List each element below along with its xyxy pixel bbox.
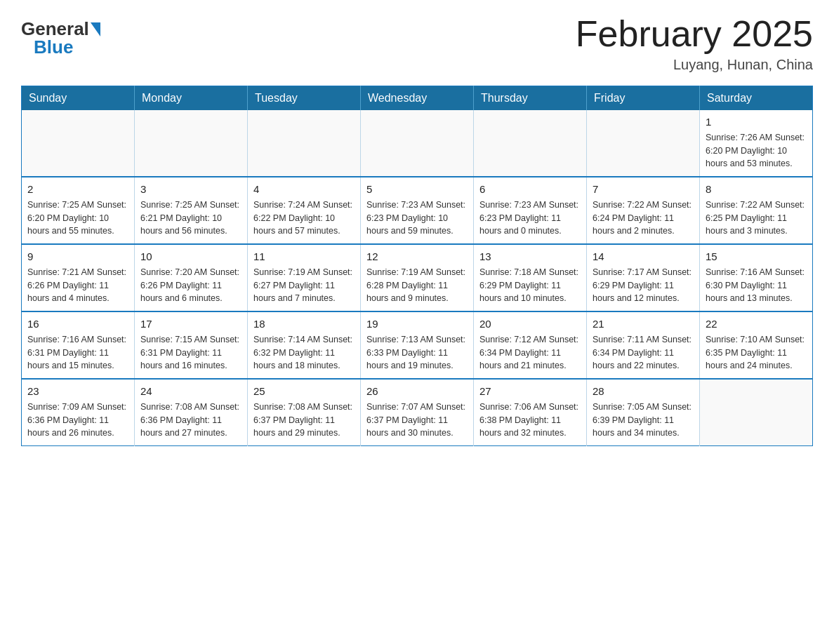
day-info: Sunrise: 7:08 AM Sunset: 6:36 PM Dayligh…	[140, 401, 241, 440]
calendar-cell	[587, 110, 700, 177]
calendar-cell: 19Sunrise: 7:13 AM Sunset: 6:33 PM Dayli…	[361, 311, 474, 379]
day-info: Sunrise: 7:19 AM Sunset: 6:28 PM Dayligh…	[366, 266, 468, 305]
day-number: 19	[366, 316, 468, 332]
day-number: 7	[593, 182, 694, 197]
calendar-header-row: SundayMondayTuesdayWednesdayThursdayFrid…	[22, 86, 813, 111]
logo: General Blue	[21, 14, 100, 56]
calendar-cell: 10Sunrise: 7:20 AM Sunset: 6:26 PM Dayli…	[135, 244, 248, 311]
day-info: Sunrise: 7:26 AM Sunset: 6:20 PM Dayligh…	[706, 131, 807, 170]
day-info: Sunrise: 7:20 AM Sunset: 6:26 PM Dayligh…	[140, 266, 241, 305]
day-number: 26	[366, 384, 468, 399]
day-number: 5	[366, 182, 468, 197]
day-number: 11	[253, 249, 355, 264]
day-info: Sunrise: 7:16 AM Sunset: 6:31 PM Dayligh…	[27, 333, 128, 373]
calendar-cell: 25Sunrise: 7:08 AM Sunset: 6:37 PM Dayli…	[248, 379, 361, 446]
calendar-cell: 2Sunrise: 7:25 AM Sunset: 6:20 PM Daylig…	[22, 177, 135, 244]
weekday-header-monday: Monday	[135, 86, 248, 111]
title-block: February 2025 Luyang, Hunan, China	[576, 14, 813, 73]
calendar-cell	[474, 110, 587, 177]
location-text: Luyang, Hunan, China	[576, 57, 813, 73]
day-info: Sunrise: 7:15 AM Sunset: 6:31 PM Dayligh…	[140, 333, 241, 373]
weekday-header-friday: Friday	[587, 86, 700, 111]
calendar-week-row: 23Sunrise: 7:09 AM Sunset: 6:36 PM Dayli…	[22, 379, 813, 446]
calendar-week-row: 1Sunrise: 7:26 AM Sunset: 6:20 PM Daylig…	[22, 110, 813, 177]
calendar-cell: 9Sunrise: 7:21 AM Sunset: 6:26 PM Daylig…	[22, 244, 135, 311]
calendar-cell: 13Sunrise: 7:18 AM Sunset: 6:29 PM Dayli…	[474, 244, 587, 311]
logo-general-text: General	[21, 20, 89, 38]
calendar-cell: 6Sunrise: 7:23 AM Sunset: 6:23 PM Daylig…	[474, 177, 587, 244]
day-info: Sunrise: 7:09 AM Sunset: 6:36 PM Dayligh…	[27, 401, 128, 440]
day-number: 12	[366, 249, 468, 264]
day-number: 16	[27, 316, 128, 332]
calendar-cell: 17Sunrise: 7:15 AM Sunset: 6:31 PM Dayli…	[135, 311, 248, 379]
calendar-week-row: 2Sunrise: 7:25 AM Sunset: 6:20 PM Daylig…	[22, 177, 813, 244]
day-info: Sunrise: 7:10 AM Sunset: 6:35 PM Dayligh…	[706, 333, 807, 373]
day-number: 4	[253, 182, 355, 197]
calendar-cell	[22, 110, 135, 177]
calendar-cell: 20Sunrise: 7:12 AM Sunset: 6:34 PM Dayli…	[474, 311, 587, 379]
calendar-cell: 16Sunrise: 7:16 AM Sunset: 6:31 PM Dayli…	[22, 311, 135, 379]
calendar-cell: 14Sunrise: 7:17 AM Sunset: 6:29 PM Dayli…	[587, 244, 700, 311]
calendar-cell: 21Sunrise: 7:11 AM Sunset: 6:34 PM Dayli…	[587, 311, 700, 379]
weekday-header-thursday: Thursday	[474, 86, 587, 111]
day-number: 27	[479, 384, 581, 399]
day-number: 21	[593, 316, 694, 332]
calendar-cell: 5Sunrise: 7:23 AM Sunset: 6:23 PM Daylig…	[361, 177, 474, 244]
calendar-cell	[700, 379, 813, 446]
calendar-cell: 23Sunrise: 7:09 AM Sunset: 6:36 PM Dayli…	[22, 379, 135, 446]
day-info: Sunrise: 7:22 AM Sunset: 6:25 PM Dayligh…	[706, 199, 807, 238]
day-info: Sunrise: 7:18 AM Sunset: 6:29 PM Dayligh…	[479, 266, 581, 305]
day-number: 23	[27, 384, 128, 399]
day-info: Sunrise: 7:12 AM Sunset: 6:34 PM Dayligh…	[479, 333, 581, 373]
calendar-table: SundayMondayTuesdayWednesdayThursdayFrid…	[21, 86, 813, 446]
day-info: Sunrise: 7:16 AM Sunset: 6:30 PM Dayligh…	[706, 266, 807, 305]
day-info: Sunrise: 7:25 AM Sunset: 6:21 PM Dayligh…	[140, 199, 241, 238]
day-number: 13	[479, 249, 581, 264]
calendar-cell	[361, 110, 474, 177]
calendar-week-row: 16Sunrise: 7:16 AM Sunset: 6:31 PM Dayli…	[22, 311, 813, 379]
calendar-cell: 15Sunrise: 7:16 AM Sunset: 6:30 PM Dayli…	[700, 244, 813, 311]
day-info: Sunrise: 7:23 AM Sunset: 6:23 PM Dayligh…	[479, 199, 581, 238]
weekday-header-saturday: Saturday	[700, 86, 813, 111]
day-info: Sunrise: 7:19 AM Sunset: 6:27 PM Dayligh…	[253, 266, 355, 305]
day-info: Sunrise: 7:17 AM Sunset: 6:29 PM Dayligh…	[593, 266, 694, 305]
weekday-header-wednesday: Wednesday	[361, 86, 474, 111]
calendar-cell	[248, 110, 361, 177]
day-info: Sunrise: 7:24 AM Sunset: 6:22 PM Dayligh…	[253, 199, 355, 238]
calendar-cell: 3Sunrise: 7:25 AM Sunset: 6:21 PM Daylig…	[135, 177, 248, 244]
day-info: Sunrise: 7:11 AM Sunset: 6:34 PM Dayligh…	[593, 333, 694, 373]
day-info: Sunrise: 7:13 AM Sunset: 6:33 PM Dayligh…	[366, 333, 468, 373]
day-info: Sunrise: 7:23 AM Sunset: 6:23 PM Dayligh…	[366, 199, 468, 238]
day-info: Sunrise: 7:08 AM Sunset: 6:37 PM Dayligh…	[253, 401, 355, 440]
day-info: Sunrise: 7:25 AM Sunset: 6:20 PM Dayligh…	[27, 199, 128, 238]
day-number: 14	[593, 249, 694, 264]
weekday-header-sunday: Sunday	[22, 86, 135, 111]
day-number: 1	[706, 114, 807, 130]
day-number: 15	[706, 249, 807, 264]
day-number: 24	[140, 384, 241, 399]
day-info: Sunrise: 7:21 AM Sunset: 6:26 PM Dayligh…	[27, 266, 128, 305]
day-info: Sunrise: 7:06 AM Sunset: 6:38 PM Dayligh…	[479, 401, 581, 440]
calendar-cell: 28Sunrise: 7:05 AM Sunset: 6:39 PM Dayli…	[587, 379, 700, 446]
day-number: 2	[27, 182, 128, 197]
calendar-cell: 18Sunrise: 7:14 AM Sunset: 6:32 PM Dayli…	[248, 311, 361, 379]
day-number: 17	[140, 316, 241, 332]
day-number: 10	[140, 249, 241, 264]
calendar-cell: 4Sunrise: 7:24 AM Sunset: 6:22 PM Daylig…	[248, 177, 361, 244]
day-info: Sunrise: 7:22 AM Sunset: 6:24 PM Dayligh…	[593, 199, 694, 238]
calendar-cell	[135, 110, 248, 177]
day-number: 8	[706, 182, 807, 197]
day-info: Sunrise: 7:14 AM Sunset: 6:32 PM Dayligh…	[253, 333, 355, 373]
day-number: 22	[706, 316, 807, 332]
calendar-cell: 27Sunrise: 7:06 AM Sunset: 6:38 PM Dayli…	[474, 379, 587, 446]
day-number: 20	[479, 316, 581, 332]
page-header: General Blue February 2025 Luyang, Hunan…	[21, 14, 813, 73]
day-number: 18	[253, 316, 355, 332]
calendar-cell: 26Sunrise: 7:07 AM Sunset: 6:37 PM Dayli…	[361, 379, 474, 446]
logo-blue-text: Blue	[34, 38, 73, 56]
day-info: Sunrise: 7:05 AM Sunset: 6:39 PM Dayligh…	[593, 401, 694, 440]
calendar-cell: 24Sunrise: 7:08 AM Sunset: 6:36 PM Dayli…	[135, 379, 248, 446]
logo-arrow-icon	[91, 22, 100, 36]
calendar-cell: 8Sunrise: 7:22 AM Sunset: 6:25 PM Daylig…	[700, 177, 813, 244]
day-info: Sunrise: 7:07 AM Sunset: 6:37 PM Dayligh…	[366, 401, 468, 440]
